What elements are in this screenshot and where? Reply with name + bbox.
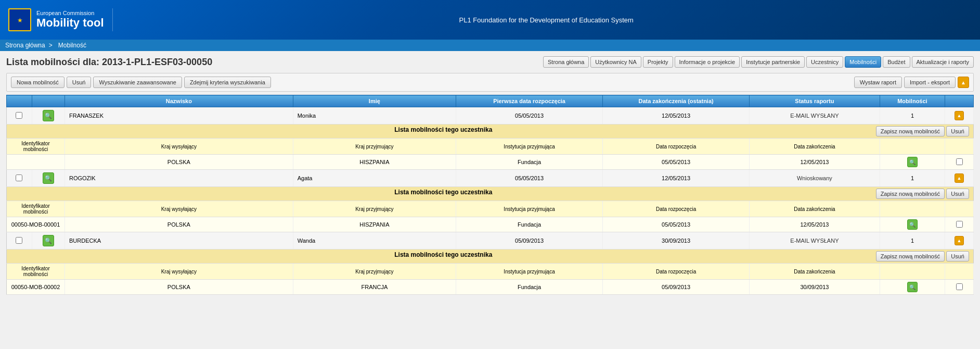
save-mobility-2-button[interactable]: Zapisz nową mobilność <box>876 189 945 199</box>
nav-mobilnosci[interactable]: Mobilności <box>845 56 881 68</box>
checkbox-cell-2[interactable] <box>7 170 32 187</box>
expand-cell-3[interactable]: ▲ <box>945 232 974 250</box>
sub-kraj-przyjmujacy-data-2: HISZPANIA <box>293 217 456 232</box>
nazwisko-cell-1: FRANASZEK <box>65 107 293 124</box>
sub-header-text-1: Lista mobilności tego uczestnika <box>394 126 492 133</box>
nav-strona-glowna[interactable]: Strona główna <box>543 56 589 68</box>
search-person-2-button[interactable]: 🔍 <box>43 172 54 184</box>
expand-cell-1[interactable]: ▲ <box>945 107 974 124</box>
mobility-2-checkbox[interactable] <box>956 221 963 228</box>
sub-data-zakonczenia-data-2: 12/05/2013 <box>750 217 880 232</box>
mobilnosci-col-header: Mobilności <box>880 95 945 107</box>
sub-data-zakonczenia-header-3: Data zakończenia <box>750 264 880 280</box>
expand-participant-3-button[interactable]: ▲ <box>955 236 964 245</box>
status-raportu-col-header: Status raportu <box>750 95 880 107</box>
sub-header-row-1: Lista mobilności tego uczestnika Zapisz … <box>7 124 974 139</box>
header-center-text: PL1 Foundation for the Development of Ed… <box>121 16 972 24</box>
sub-header-row-3: Lista mobilności tego uczestnika Zapisz … <box>7 250 974 264</box>
nav-budzet[interactable]: Budżet <box>883 56 910 68</box>
search-person-3-button[interactable]: 🔍 <box>43 235 54 246</box>
nav-uczestnicy[interactable]: Uczestnicy <box>806 56 843 68</box>
sub-checkbox-data-3[interactable] <box>945 280 974 295</box>
breadcrumb-separator: > <box>49 42 53 49</box>
save-mobility-1-button[interactable]: Zapisz nową mobilność <box>876 126 945 136</box>
search-person-1-button[interactable]: 🔍 <box>43 110 54 121</box>
sub-kraj-wysylajacy-data-3: POLSKA <box>65 280 293 295</box>
sub-identyfikator-header-2: Identyfikator mobilności <box>7 201 65 217</box>
report-button[interactable]: Wystaw raport <box>854 77 902 88</box>
import-export-button[interactable]: Import - eksport <box>904 77 956 88</box>
sub-instytucja-data-3: Fundacja <box>456 280 603 295</box>
logo-block: ★ European Commission Mobility tool <box>8 8 113 31</box>
nav-buttons: Strona główna Użytkownicy NA Projekty In… <box>543 56 974 68</box>
nav-instytucje[interactable]: Instytucje partnerskie <box>741 56 805 68</box>
nav-aktualizacje[interactable]: Aktualizacje i raporty <box>912 56 974 68</box>
header: ★ European Commission Mobility tool PL1 … <box>0 0 980 40</box>
sub-data-rozpoczecia-header-1: Data rozpoczęcia <box>603 139 750 155</box>
table-body: 🔍 FRANASZEK Monika 05/05/2013 12/05/2013… <box>7 107 974 295</box>
delete-mobility-1-button[interactable]: Usuń <box>946 126 969 136</box>
checkbox-cell-1[interactable] <box>7 107 32 124</box>
nav-projekty[interactable]: Projekty <box>643 56 673 68</box>
mobilnosci-count-cell-2: 1 <box>880 170 945 187</box>
search-cell-3: 🔍 <box>32 232 65 250</box>
checkbox-cell-3[interactable] <box>7 232 32 250</box>
sub-checkbox-data-2[interactable] <box>945 217 974 232</box>
mobility-1-checkbox[interactable] <box>956 158 963 165</box>
select-checkbox-2[interactable] <box>16 174 22 181</box>
sub-instytucja-header-2: Instytucja przyjmująca <box>456 201 603 217</box>
save-mobility-3-button[interactable]: Zapisz nową mobilność <box>876 251 945 261</box>
select-checkbox-3[interactable] <box>16 237 22 244</box>
sub-search-icon-header-3 <box>880 264 945 280</box>
search-mobility-3-button[interactable]: 🔍 <box>907 282 918 292</box>
sub-header-label-2: Lista mobilności tego uczestnika Zapisz … <box>7 187 974 201</box>
pierwsza-data-col-header: Pierwsza data rozpoczęcia <box>456 95 603 107</box>
expand-participant-1-button[interactable]: ▲ <box>955 111 964 120</box>
nazwisko-cell-3: BURDECKA <box>65 232 293 250</box>
nazwisko-cell-2: ROGOZIK <box>65 170 293 187</box>
select-checkbox-1[interactable] <box>16 112 22 119</box>
sub-identyfikator-header-1: Identyfikator mobilności <box>7 139 65 155</box>
sub-instytucja-header-3: Instytucja przyjmująca <box>456 264 603 280</box>
sub-instytucja-data-2: Fundacja <box>456 217 603 232</box>
collapse-toolbar-button[interactable]: ▲ <box>958 77 969 88</box>
expand-cell-2[interactable]: ▲ <box>945 170 974 187</box>
nav-informacje[interactable]: Informacje o projekcie <box>675 56 740 68</box>
sub-search-data-3[interactable]: 🔍 <box>880 280 945 295</box>
search-mobility-1-button[interactable]: 🔍 <box>907 157 918 167</box>
expand-participant-2-button[interactable]: ▲ <box>955 173 964 183</box>
new-mobility-button[interactable]: Nowa mobilność <box>11 77 65 88</box>
sub-data-zakonczenia-header-2: Data zakończenia <box>750 201 880 217</box>
nav-uzytkownicy-na[interactable]: Użytkownicy NA <box>590 56 641 68</box>
sub-identyfikator-data-3: 00050-MOB-00002 <box>7 280 65 295</box>
sub-checkbox-header-2 <box>945 201 974 217</box>
sub-header-label-1: Lista mobilności tego uczestnika Zapisz … <box>7 124 974 139</box>
sub-checkbox-header-3 <box>945 264 974 280</box>
sub-checkbox-header-1 <box>945 139 974 155</box>
sub-data-rozpoczecia-data-1: 05/05/2013 <box>603 155 750 170</box>
delete-mobility-2-button[interactable]: Usuń <box>946 189 969 199</box>
sub-header-text-3: Lista mobilności tego uczestnika <box>394 251 492 258</box>
search-mobility-2-button[interactable]: 🔍 <box>907 219 918 230</box>
delete-toolbar-button[interactable]: Usuń <box>67 77 92 88</box>
page-content: Lista mobilności dla: 2013-1-PL1-ESF03-0… <box>0 51 980 300</box>
clear-criteria-button[interactable]: Zdejmij kryteria wyszukiwania <box>184 77 271 88</box>
delete-mobility-3-button[interactable]: Usuń <box>946 251 969 261</box>
sub-checkbox-data-1[interactable] <box>945 155 974 170</box>
sub-search-data-2[interactable]: 🔍 <box>880 217 945 232</box>
sub-header-text-2: Lista mobilności tego uczestnika <box>394 189 492 196</box>
status-raportu-cell-3: E-MAIL WYSŁANY <box>750 232 880 250</box>
mobility-3-checkbox[interactable] <box>956 283 963 290</box>
breadcrumb-home[interactable]: Strona główna <box>5 42 45 49</box>
sub-kraj-przyjmujacy-header-3: Kraj przyjmujący <box>293 264 456 280</box>
svg-text:★: ★ <box>17 17 23 24</box>
breadcrumb-current: Mobilność <box>58 42 86 49</box>
sub-kraj-przyjmujacy-header-2: Kraj przyjmujący <box>293 201 456 217</box>
imie-cell-1: Monika <box>293 107 456 124</box>
advanced-search-button[interactable]: Wyszukiwanie zaawansowane <box>93 77 182 88</box>
sub-col-header-row-1: Identyfikator mobilności Kraj wysyłający… <box>7 139 974 155</box>
table-row: 🔍 BURDECKA Wanda 05/09/2013 30/09/2013 E… <box>7 232 974 250</box>
sub-search-data-1[interactable]: 🔍 <box>880 155 945 170</box>
app-main-title: Mobility tool <box>36 16 104 30</box>
data-zakonczenia-col-header: Data zakończenia (ostatnia) <box>603 95 750 107</box>
